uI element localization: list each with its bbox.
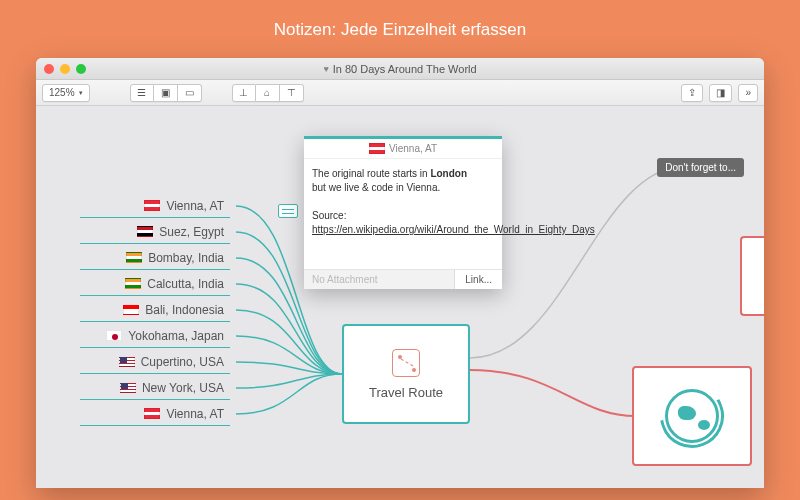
favorite-icon: ♥ [323, 64, 328, 74]
popover-body[interactable]: The original route starts in London but … [304, 159, 502, 269]
parent-icon: ⊤ [287, 87, 296, 98]
child-icon: ⌂ [264, 87, 270, 98]
destination-list: Vienna, ATSuez, EgyptBombay, IndiaCalcut… [80, 194, 230, 426]
zoom-select[interactable]: 125% ▾ [42, 84, 90, 102]
flag-icon-in [125, 278, 141, 289]
popover-title: Vienna, AT [389, 143, 437, 154]
page-heading: Notizen: Jede Einzelheit erfassen [0, 0, 800, 40]
share-button[interactable]: ⇪ [681, 84, 703, 102]
flag-icon-jp [106, 330, 122, 341]
focus-icon: ▣ [161, 87, 170, 98]
destination-item[interactable]: Cupertino, USA [80, 350, 230, 374]
more-button[interactable]: » [738, 84, 758, 102]
traffic-lights [44, 64, 86, 74]
note-indicator-icon[interactable] [278, 204, 298, 218]
node-add-segment: ⊥ ⌂ ⊤ [232, 84, 304, 102]
flag-icon-us [120, 382, 136, 393]
chevron-right-icon: » [745, 87, 751, 98]
destination-item[interactable]: Bali, Indonesia [80, 298, 230, 322]
image-icon: ▭ [185, 87, 194, 98]
view-outline-button[interactable]: ☰ [130, 84, 154, 102]
outline-icon: ☰ [137, 87, 146, 98]
destination-item[interactable]: Calcutta, India [80, 272, 230, 296]
destination-label: Calcutta, India [147, 277, 224, 291]
destination-item[interactable]: New York, USA [80, 376, 230, 400]
flag-icon-at [144, 408, 160, 419]
add-child-button[interactable]: ⌂ [256, 84, 280, 102]
note-popover: Vienna, AT The original route starts in … [304, 136, 502, 289]
destination-label: Cupertino, USA [141, 355, 224, 369]
flag-icon-at [144, 200, 160, 211]
window-title-text: In 80 Days Around The World [333, 63, 477, 75]
mindmap-canvas[interactable]: Vienna, ATSuez, EgyptBombay, IndiaCalcut… [36, 106, 764, 488]
destination-item[interactable]: Yokohama, Japan [80, 324, 230, 348]
flag-icon-us [119, 356, 135, 367]
side-node-partial[interactable] [740, 236, 764, 316]
view-image-button[interactable]: ▭ [178, 84, 202, 102]
view-mode-segment: ☰ ▣ ▭ [130, 84, 202, 102]
inspector-button[interactable]: ◨ [709, 84, 732, 102]
flag-icon-id [123, 304, 139, 315]
note-text-1a: The original route starts in [312, 168, 430, 179]
popover-header: Vienna, AT [304, 139, 502, 159]
link-button[interactable]: Link... [454, 270, 502, 289]
flag-icon-in [126, 252, 142, 263]
destination-item[interactable]: Bombay, India [80, 246, 230, 270]
panel-icon: ◨ [716, 87, 725, 98]
note-text-2: but we live & code in Vienna. [312, 182, 440, 193]
destination-item[interactable]: Vienna, AT [80, 194, 230, 218]
note-text-1b: London [430, 168, 467, 179]
destination-label: Yokohama, Japan [128, 329, 224, 343]
chevron-down-icon: ▾ [79, 89, 83, 97]
globe-icon [665, 389, 719, 443]
sibling-icon: ⊥ [239, 87, 248, 98]
note-source-link[interactable]: https://en.wikipedia.org/wiki/Around_the… [312, 224, 595, 235]
destination-label: Vienna, AT [166, 199, 224, 213]
reminder-tag[interactable]: Don't forget to... [657, 158, 744, 177]
titlebar: ♥ In 80 Days Around The World [36, 58, 764, 80]
destination-label: New York, USA [142, 381, 224, 395]
view-focus-button[interactable]: ▣ [154, 84, 178, 102]
destination-label: Bombay, India [148, 251, 224, 265]
share-icon: ⇪ [688, 87, 696, 98]
flag-icon-at [369, 143, 385, 154]
note-source-prefix: Source: [312, 210, 346, 221]
destination-label: Bali, Indonesia [145, 303, 224, 317]
destination-item[interactable]: Vienna, AT [80, 402, 230, 426]
destination-label: Suez, Egypt [159, 225, 224, 239]
app-window: ♥ In 80 Days Around The World 125% ▾ ☰ ▣… [36, 58, 764, 488]
globe-node[interactable] [632, 366, 752, 466]
minimize-window-button[interactable] [60, 64, 70, 74]
zoom-window-button[interactable] [76, 64, 86, 74]
toolbar: 125% ▾ ☰ ▣ ▭ ⊥ ⌂ ⊤ ⇪ ◨ » [36, 80, 764, 106]
close-window-button[interactable] [44, 64, 54, 74]
flag-icon-eg [137, 226, 153, 237]
destination-label: Vienna, AT [166, 407, 224, 421]
central-node-travel-route[interactable]: Travel Route [342, 324, 470, 424]
central-node-label: Travel Route [369, 385, 443, 400]
zoom-value: 125% [49, 87, 75, 98]
popover-footer: No Attachment Link... [304, 269, 502, 289]
destination-item[interactable]: Suez, Egypt [80, 220, 230, 244]
attachment-placeholder[interactable]: No Attachment [304, 270, 454, 289]
add-parent-button[interactable]: ⊤ [280, 84, 304, 102]
add-sibling-button[interactable]: ⊥ [232, 84, 256, 102]
window-title: ♥ In 80 Days Around The World [36, 63, 764, 75]
route-icon [392, 349, 420, 377]
